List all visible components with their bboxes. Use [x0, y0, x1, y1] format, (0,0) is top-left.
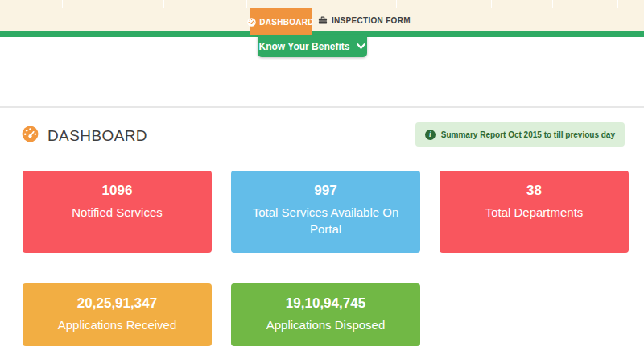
- tachometer-icon: [22, 126, 39, 146]
- tab-label: INSPECTION FORM: [332, 16, 411, 25]
- stat-card-label: Total Departments: [440, 204, 629, 221]
- info-circle-icon: i: [425, 130, 436, 140]
- summary-report-text: Summary Report Oct 2015 to till previous…: [441, 130, 615, 139]
- briefcase-icon: [318, 15, 328, 25]
- stat-card-value: 1096: [23, 183, 212, 199]
- nav-separator: [552, 0, 553, 8]
- tab-label: DASHBOARD: [259, 18, 314, 27]
- tachometer-icon: [247, 18, 256, 27]
- tab-inspection-form[interactable]: INSPECTION FORM: [318, 8, 411, 32]
- nav-separator: [163, 0, 164, 8]
- nav-separator: [246, 0, 247, 8]
- stat-card-notified-services: 1096 Notified Services: [23, 171, 212, 253]
- chevron-down-icon: [357, 41, 365, 52]
- stat-card-value: 38: [440, 183, 629, 199]
- section-divider: [0, 106, 644, 108]
- stat-card-total-services-on-portal: 997 Total Services Available On Portal: [231, 171, 420, 253]
- stat-card-value: 20,25,91,347: [23, 295, 212, 312]
- know-your-benefits-button[interactable]: Know Your Benefits: [258, 35, 367, 57]
- nav-separator: [491, 0, 492, 8]
- page-title-row: DASHBOARD: [22, 126, 147, 146]
- stat-cards-row-1: 1096 Notified Services 997 Total Service…: [23, 171, 629, 253]
- stat-cards-row-2: 20,25,91,347 Applications Received 19,10…: [23, 283, 629, 346]
- nav-separator: [62, 0, 63, 8]
- page-title: DASHBOARD: [47, 127, 147, 145]
- summary-report-badge: i Summary Report Oct 2015 to till previo…: [415, 122, 625, 147]
- stat-card-value: 19,10,94,745: [231, 295, 420, 312]
- stat-card-applications-received: 20,25,91,347 Applications Received: [23, 283, 212, 346]
- tab-dashboard[interactable]: DASHBOARD: [250, 8, 312, 35]
- stat-card-label: Applications Disposed: [231, 316, 420, 333]
- stat-card-value: 997: [231, 183, 420, 199]
- stat-card-label: Notified Services: [23, 204, 212, 221]
- stat-card-label: Applications Received: [23, 316, 212, 333]
- dashboard-page: DASHBOARD INSPECTION FORM Know Your Bene…: [0, 0, 644, 351]
- nav-separator: [617, 0, 618, 8]
- stat-card-label: Total Services Available On Portal: [231, 204, 420, 237]
- benefits-button-label: Know Your Benefits: [259, 41, 350, 52]
- nav-separator: [396, 0, 397, 8]
- stat-card-total-departments: 38 Total Departments: [440, 171, 629, 253]
- stat-card-applications-disposed: 19,10,94,745 Applications Disposed: [231, 283, 420, 346]
